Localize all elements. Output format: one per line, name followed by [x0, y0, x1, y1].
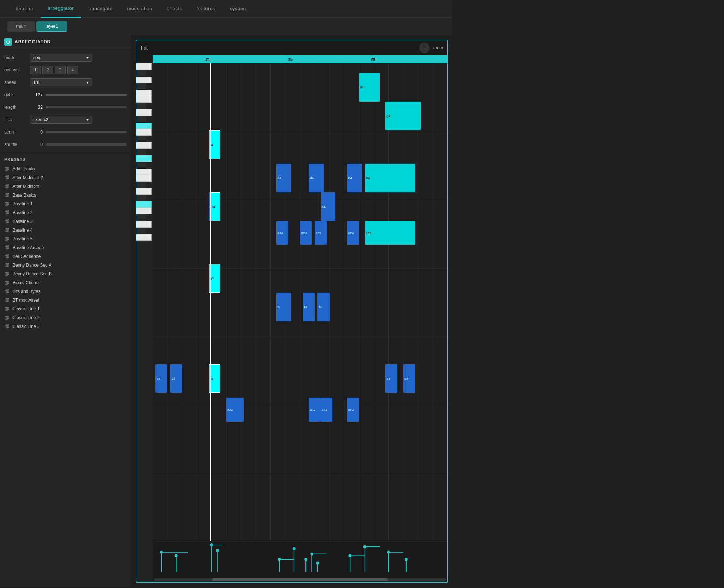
piano-key-e3[interactable]	[136, 175, 152, 182]
preset-item-12[interactable]: Benny Dance Seq B	[0, 270, 131, 278]
note-as3-1[interactable]: a#3	[276, 221, 288, 245]
filter-dropdown[interactable]: fixed c2 ▾	[30, 116, 92, 124]
note-as3-4[interactable]: a#3	[347, 221, 359, 245]
piano-key-d#4[interactable]	[136, 103, 146, 109]
note-c4-2[interactable]: c4	[321, 192, 335, 221]
nav-features[interactable]: features	[189, 0, 223, 18]
note-as2-3[interactable]: a#2	[321, 398, 332, 421]
grid-body[interactable]: a4 g4 f4 d4 d4 d4 d4 c4 c4 c4	[153, 63, 447, 541]
preset-cube-icon	[4, 315, 9, 320]
preset-item-3[interactable]: Bass Basics	[0, 191, 131, 200]
note-as3-3[interactable]: a#3	[315, 221, 326, 245]
piano-key-f#3[interactable]	[136, 162, 146, 169]
tab-main[interactable]: main	[7, 21, 35, 32]
piano-key-a3[interactable]	[136, 142, 152, 149]
note-f3-3[interactable]: f3	[317, 293, 329, 321]
length-slider[interactable]	[46, 106, 127, 108]
power-button[interactable]: ⏻	[4, 38, 12, 46]
preset-item-6[interactable]: Bassline 3	[0, 217, 131, 226]
piano-key-c4[interactable]: C4	[136, 123, 152, 129]
note-d4-1[interactable]: d4	[276, 164, 291, 193]
octave-3-button[interactable]: 3	[55, 66, 66, 74]
options-button[interactable]: ⋮	[419, 43, 430, 53]
piano-key-f3[interactable]	[136, 169, 152, 175]
tab-layer1[interactable]: layer1	[36, 21, 67, 32]
piano-key-a4[interactable]	[136, 63, 152, 70]
preset-item-1[interactable]: After Midnight 2	[0, 173, 131, 182]
preset-item-4[interactable]: Bassline 1	[0, 200, 131, 208]
piano-key-c#4[interactable]	[136, 116, 146, 123]
note-f3-2[interactable]: f3	[303, 293, 315, 321]
strum-slider[interactable]	[46, 131, 127, 133]
octave-1-button[interactable]: 1	[30, 66, 41, 74]
nav-system[interactable]: system	[223, 0, 253, 18]
piano-key-g#2[interactable]	[136, 228, 146, 234]
piano-key-c3[interactable]: C3	[136, 201, 152, 208]
gate-slider[interactable]	[46, 94, 127, 96]
nav-trancegate[interactable]: trancegate	[81, 0, 120, 18]
preset-item-10[interactable]: Bell Sequence	[0, 252, 131, 261]
piano-key-g4[interactable]	[136, 77, 152, 83]
note-as3-5[interactable]: a#3	[365, 221, 415, 245]
preset-item-2[interactable]: After Midnight	[0, 182, 131, 191]
preset-cube-icon	[4, 298, 9, 303]
piano-key-g2[interactable]	[136, 234, 152, 241]
mode-dropdown[interactable]: seq ▾	[30, 54, 92, 62]
note-as2-2[interactable]: a#2	[309, 398, 320, 421]
preset-item-13[interactable]: Bionic Chords	[0, 278, 131, 287]
note-a4-1[interactable]: a4	[359, 73, 380, 102]
zoom-button[interactable]: zoom	[432, 45, 443, 50]
note-as2-4[interactable]: a#2	[347, 398, 359, 421]
piano-key-f4[interactable]	[136, 90, 152, 96]
piano-key-g3[interactable]	[136, 155, 152, 162]
nav-modulation[interactable]: modulation	[120, 0, 159, 18]
piano-key-g#3[interactable]	[136, 149, 146, 155]
piano-key-a2[interactable]	[136, 221, 152, 228]
preset-item-8[interactable]: Bassline 5	[0, 235, 131, 243]
note-f3-1[interactable]: f3	[276, 293, 291, 321]
note-c3-2[interactable]: c3	[170, 364, 182, 393]
piano-key-b3[interactable]	[136, 129, 152, 136]
horizontal-scrollbar[interactable]	[154, 578, 446, 581]
preset-item-11[interactable]: Benny Dance Seq A	[0, 261, 131, 270]
preset-item-17[interactable]: Classic Line 2	[0, 313, 131, 322]
piano-key-b2[interactable]	[136, 208, 152, 214]
piano-key-a#2[interactable]	[136, 214, 146, 221]
nav-effects[interactable]: effects	[159, 0, 189, 18]
piano-key-d4[interactable]	[136, 109, 152, 116]
piano-key-c#3[interactable]	[136, 195, 146, 201]
octave-2-button[interactable]: 2	[42, 66, 53, 74]
note-d4-2[interactable]: d4	[309, 164, 323, 193]
nav-arpeggiator[interactable]: arpeggiator	[41, 0, 81, 18]
piano-key-d3[interactable]	[136, 188, 152, 195]
note-g4[interactable]: g4	[385, 102, 421, 131]
note-d4-4[interactable]: d4	[365, 164, 415, 193]
top-navigation: librarian arpeggiator trancegate modulat…	[0, 0, 452, 18]
preset-item-16[interactable]: Classic Line 1	[0, 305, 131, 313]
note-c4-sel[interactable]: c4	[210, 192, 220, 221]
note-c3-1[interactable]: c3	[155, 364, 167, 393]
speed-dropdown[interactable]: 1/8 ▾	[30, 78, 92, 86]
note-d4-3[interactable]: d4	[347, 164, 362, 193]
piano-key-e4[interactable]	[136, 96, 152, 103]
note-as2-1[interactable]: a#2	[226, 398, 244, 421]
piano-key-f#4[interactable]	[136, 83, 146, 90]
octave-4-button[interactable]: 4	[67, 66, 78, 74]
piano-key-g#4[interactable]	[136, 70, 146, 77]
preset-item-14[interactable]: Bits and Bytes	[0, 287, 131, 296]
note-c3-4[interactable]: c3	[385, 364, 397, 393]
note-c3-5[interactable]: c3	[403, 364, 415, 393]
nav-librarian[interactable]: librarian	[7, 0, 41, 18]
preset-item-5[interactable]: Bassline 2	[0, 208, 131, 217]
note-as3-2[interactable]: a#3	[300, 221, 312, 245]
preset-name: Bassline 2	[12, 210, 32, 215]
preset-item-18[interactable]: Classic Line 3	[0, 322, 131, 331]
preset-item-15[interactable]: BT modwheel	[0, 296, 131, 305]
shuffle-slider[interactable]	[46, 143, 127, 146]
piano-key-a#3[interactable]	[136, 136, 146, 142]
piano-key-d#3[interactable]	[136, 182, 146, 188]
preset-item-0[interactable]: Add Legato	[0, 165, 131, 173]
speed-label: speed	[4, 80, 30, 85]
preset-item-7[interactable]: Bassline 4	[0, 226, 131, 235]
preset-item-9[interactable]: Bassline Arcade	[0, 243, 131, 252]
